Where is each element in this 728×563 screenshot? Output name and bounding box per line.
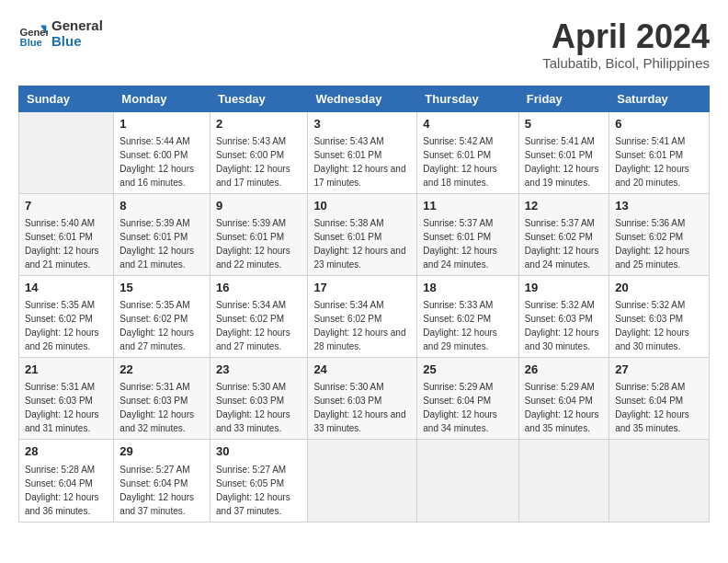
day-number: 10 — [313, 198, 411, 214]
sunrise-info: Sunrise: 5:30 AM — [216, 382, 286, 392]
header-wednesday: Wednesday — [308, 86, 417, 111]
sunrise-info: Sunrise: 5:38 AM — [313, 218, 383, 228]
calendar-week-4: 21Sunrise: 5:31 AMSunset: 6:03 PMDayligh… — [19, 358, 710, 440]
sunset-info: Sunset: 6:04 PM — [525, 396, 593, 406]
sunset-info: Sunset: 6:03 PM — [313, 396, 381, 406]
sunset-info: Sunset: 6:02 PM — [615, 232, 683, 242]
sunrise-info: Sunrise: 5:32 AM — [525, 300, 595, 310]
calendar-cell: 24Sunrise: 5:30 AMSunset: 6:03 PMDayligh… — [308, 358, 417, 440]
day-number: 17 — [313, 280, 411, 296]
sunrise-info: Sunrise: 5:27 AM — [119, 465, 189, 475]
sunrise-info: Sunrise: 5:34 AM — [216, 300, 286, 310]
day-number: 4 — [423, 116, 513, 132]
sunset-info: Sunset: 6:02 PM — [313, 314, 381, 324]
sunrise-info: Sunrise: 5:40 AM — [25, 218, 95, 228]
calendar-cell: 8Sunrise: 5:39 AMSunset: 6:01 PMDaylight… — [114, 193, 210, 275]
sunset-info: Sunset: 6:02 PM — [119, 314, 188, 324]
daylight-info: Daylight: 12 hours and 27 minutes. — [119, 327, 194, 351]
daylight-info: Daylight: 12 hours and 17 minutes. — [313, 164, 405, 188]
calendar-cell: 2Sunrise: 5:43 AMSunset: 6:00 PMDaylight… — [210, 111, 308, 193]
sunrise-info: Sunrise: 5:43 AM — [313, 136, 383, 146]
day-number: 28 — [25, 443, 108, 460]
logo: General Blue General Blue — [18, 18, 103, 49]
sunrise-info: Sunrise: 5:30 AM — [313, 382, 383, 392]
calendar-cell: 5Sunrise: 5:41 AMSunset: 6:01 PMDaylight… — [518, 111, 609, 193]
sunset-info: Sunset: 6:02 PM — [216, 314, 284, 324]
daylight-info: Daylight: 12 hours and 31 minutes. — [25, 409, 99, 433]
sunset-info: Sunset: 6:03 PM — [119, 396, 188, 406]
calendar-cell: 20Sunrise: 5:32 AMSunset: 6:03 PMDayligh… — [609, 275, 710, 357]
day-number: 6 — [615, 116, 703, 132]
day-number: 20 — [615, 280, 703, 296]
daylight-info: Daylight: 12 hours and 37 minutes. — [216, 492, 290, 516]
sunset-info: Sunset: 6:01 PM — [216, 232, 284, 242]
sunset-info: Sunset: 6:04 PM — [423, 396, 491, 406]
sunrise-info: Sunrise: 5:31 AM — [25, 382, 95, 392]
day-number: 12 — [525, 198, 603, 214]
day-number: 11 — [423, 198, 513, 214]
calendar-cell: 29Sunrise: 5:27 AMSunset: 6:04 PMDayligh… — [114, 440, 210, 522]
sunrise-info: Sunrise: 5:29 AM — [525, 382, 595, 392]
sunset-info: Sunset: 6:03 PM — [525, 314, 593, 324]
sunrise-info: Sunrise: 5:43 AM — [216, 136, 286, 146]
daylight-info: Daylight: 12 hours and 32 minutes. — [119, 409, 194, 433]
sunrise-info: Sunrise: 5:37 AM — [525, 218, 595, 228]
sunset-info: Sunset: 6:03 PM — [216, 396, 284, 406]
day-number: 14 — [25, 280, 108, 296]
calendar-cell: 13Sunrise: 5:36 AMSunset: 6:02 PMDayligh… — [609, 193, 710, 275]
daylight-info: Daylight: 12 hours and 30 minutes. — [615, 327, 689, 351]
day-number: 21 — [25, 362, 108, 378]
day-number: 2 — [216, 116, 301, 132]
day-number: 22 — [119, 362, 204, 378]
daylight-info: Daylight: 12 hours and 25 minutes. — [615, 246, 689, 270]
calendar-cell: 15Sunrise: 5:35 AMSunset: 6:02 PMDayligh… — [114, 275, 210, 357]
sunset-info: Sunset: 6:01 PM — [423, 232, 491, 242]
sunrise-info: Sunrise: 5:28 AM — [25, 465, 95, 475]
calendar-cell: 12Sunrise: 5:37 AMSunset: 6:02 PMDayligh… — [518, 193, 609, 275]
header-thursday: Thursday — [417, 86, 519, 111]
header-tuesday: Tuesday — [210, 86, 308, 111]
sunrise-info: Sunrise: 5:39 AM — [216, 218, 286, 228]
day-number: 25 — [423, 362, 513, 378]
daylight-info: Daylight: 12 hours and 35 minutes. — [615, 409, 689, 433]
calendar-cell: 28Sunrise: 5:28 AMSunset: 6:04 PMDayligh… — [19, 440, 114, 522]
calendar-cell: 26Sunrise: 5:29 AMSunset: 6:04 PMDayligh… — [518, 358, 609, 440]
sunrise-info: Sunrise: 5:44 AM — [119, 136, 189, 146]
sunset-info: Sunset: 6:01 PM — [313, 232, 381, 242]
daylight-info: Daylight: 12 hours and 37 minutes. — [119, 492, 194, 516]
calendar-table: SundayMondayTuesdayWednesdayThursdayFrid… — [18, 86, 710, 523]
day-number: 29 — [119, 443, 204, 460]
calendar-cell: 18Sunrise: 5:33 AMSunset: 6:02 PMDayligh… — [417, 275, 519, 357]
day-number: 1 — [119, 116, 204, 132]
sunset-info: Sunset: 6:00 PM — [119, 150, 188, 160]
sunrise-info: Sunrise: 5:41 AM — [525, 136, 595, 146]
calendar-cell: 30Sunrise: 5:27 AMSunset: 6:05 PMDayligh… — [210, 440, 308, 522]
sunset-info: Sunset: 6:02 PM — [423, 314, 491, 324]
title-block: April 2024 Talubatib, Bicol, Philippines — [542, 18, 710, 71]
day-number: 13 — [615, 198, 703, 214]
daylight-info: Daylight: 12 hours and 27 minutes. — [216, 327, 290, 351]
day-number: 7 — [25, 198, 108, 214]
calendar-cell: 22Sunrise: 5:31 AMSunset: 6:03 PMDayligh… — [114, 358, 210, 440]
sunset-info: Sunset: 6:01 PM — [119, 232, 188, 242]
calendar-cell: 10Sunrise: 5:38 AMSunset: 6:01 PMDayligh… — [308, 193, 417, 275]
sunset-info: Sunset: 6:04 PM — [119, 478, 188, 488]
calendar-cell: 16Sunrise: 5:34 AMSunset: 6:02 PMDayligh… — [210, 275, 308, 357]
sunrise-info: Sunrise: 5:29 AM — [423, 382, 493, 392]
day-number: 18 — [423, 280, 513, 296]
day-number: 5 — [525, 116, 603, 132]
calendar-cell: 23Sunrise: 5:30 AMSunset: 6:03 PMDayligh… — [210, 358, 308, 440]
calendar-cell: 17Sunrise: 5:34 AMSunset: 6:02 PMDayligh… — [308, 275, 417, 357]
sunrise-info: Sunrise: 5:37 AM — [423, 218, 493, 228]
sunrise-info: Sunrise: 5:36 AM — [615, 218, 685, 228]
calendar-cell: 6Sunrise: 5:41 AMSunset: 6:01 PMDaylight… — [609, 111, 710, 193]
day-number: 26 — [525, 362, 603, 378]
calendar-cell: 25Sunrise: 5:29 AMSunset: 6:04 PMDayligh… — [417, 358, 519, 440]
daylight-info: Daylight: 12 hours and 28 minutes. — [313, 327, 405, 351]
calendar-header-row: SundayMondayTuesdayWednesdayThursdayFrid… — [19, 86, 710, 111]
calendar-cell: 9Sunrise: 5:39 AMSunset: 6:01 PMDaylight… — [210, 193, 308, 275]
sunset-info: Sunset: 6:01 PM — [313, 150, 381, 160]
day-number: 27 — [615, 362, 703, 378]
sunset-info: Sunset: 6:01 PM — [25, 232, 93, 242]
daylight-info: Daylight: 12 hours and 34 minutes. — [423, 409, 497, 433]
